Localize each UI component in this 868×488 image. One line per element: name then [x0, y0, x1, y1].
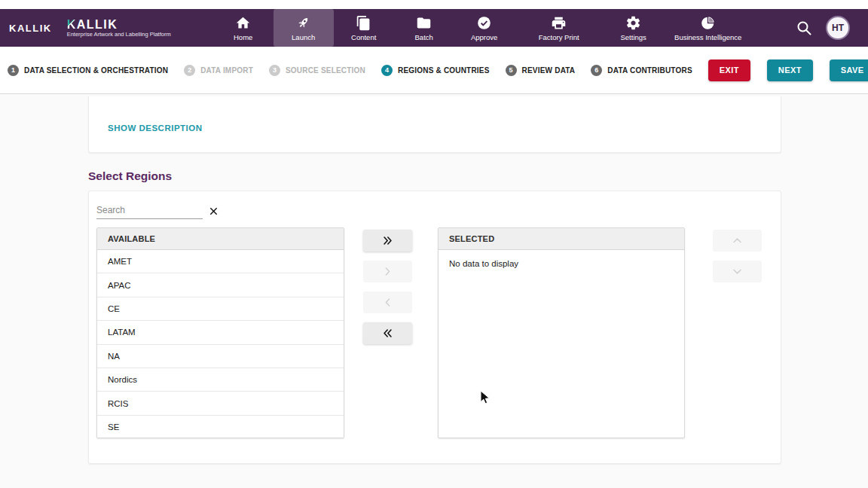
step-data-contributors[interactable]: 6DATA CONTRIBUTORS: [591, 65, 692, 76]
description-card: SHOW DESCRIPTION: [88, 96, 781, 153]
move-all-left-button[interactable]: [363, 322, 412, 344]
available-region-row[interactable]: CE: [97, 297, 344, 321]
step-data-selection-orchestration[interactable]: 1DATA SELECTION & ORCHESTRATION: [8, 65, 168, 76]
selected-empty-message: No data to display: [439, 250, 684, 268]
move-up-button: [713, 230, 762, 252]
move-all-right-button[interactable]: [363, 230, 412, 252]
step-number-badge: 1: [8, 65, 19, 76]
app-header: KALLIK KALLIK Enterprise Artwork and Lab…: [0, 9, 868, 47]
nav-item-batch[interactable]: Batch: [394, 9, 454, 47]
chevron-up-icon: [732, 235, 743, 246]
available-region-row[interactable]: Nordics: [97, 368, 344, 392]
nav-item-factory-print[interactable]: Factory Print: [515, 9, 604, 47]
kallik-app-window: KALLIK KALLIK Enterprise Artwork and Lab…: [0, 0, 868, 488]
search-icon[interactable]: [796, 20, 812, 36]
step-data-import: 2DATA IMPORT: [184, 65, 253, 76]
move-right-button: [363, 261, 412, 282]
available-region-row[interactable]: RCIS: [97, 392, 344, 415]
show-description-link[interactable]: SHOW DESCRIPTION: [108, 124, 203, 133]
step-source-selection: 3SOURCE SELECTION: [269, 65, 365, 76]
kallik-tagline: Enterprise Artwork and Labelling Platfor…: [67, 32, 171, 38]
available-list-header: AVAILABLE: [97, 228, 344, 250]
available-region-row[interactable]: APAC: [97, 273, 344, 297]
available-region-row[interactable]: AMET: [97, 250, 344, 273]
chevron-right-icon: [382, 266, 393, 277]
step-number-badge: 5: [506, 65, 517, 76]
kallik-logo: KALLIK Enterprise Artwork and Labelling …: [67, 18, 171, 38]
kallik-logo-text: KALLIK: [67, 18, 171, 32]
exit-button[interactable]: EXIT: [708, 59, 750, 81]
step-number-badge: 6: [591, 65, 602, 76]
next-button[interactable]: NEXT: [767, 59, 813, 81]
region-search-input[interactable]: [96, 203, 203, 219]
chevron-down-icon: [732, 266, 743, 277]
check-circle-icon: [476, 15, 492, 32]
select-regions-card: AVAILABLE AMETAPACCELATAMNANordicsRCISSE…: [88, 191, 781, 464]
step-regions-countries[interactable]: 4REGIONS & COUNTRIES: [381, 65, 490, 76]
nav-item-launch[interactable]: Launch: [274, 9, 334, 47]
top-strip: [0, 0, 868, 9]
transfer-buttons: [363, 230, 412, 353]
available-region-row[interactable]: NA: [97, 345, 344, 368]
pages-icon: [356, 15, 371, 32]
wizard-stepper: 1DATA SELECTION & ORCHESTRATION2DATA IMP…: [0, 47, 868, 94]
stepper-steps: 1DATA SELECTION & ORCHESTRATION2DATA IMP…: [8, 65, 708, 76]
order-buttons: [713, 230, 762, 291]
clear-search-icon[interactable]: [208, 206, 219, 217]
page-content: SHOW DESCRIPTION Select Regions AVAILABL…: [0, 94, 868, 488]
available-region-row[interactable]: LATAM: [97, 321, 344, 344]
step-number-badge: 4: [381, 65, 393, 76]
page-title: Select Regions: [88, 169, 868, 183]
chevron-left-icon: [382, 297, 393, 308]
nav-item-home[interactable]: Home: [213, 9, 274, 47]
home-icon: [235, 15, 251, 32]
save-button[interactable]: SAVE: [830, 59, 868, 81]
nav-item-business-intelligence[interactable]: Business Intelligence: [664, 9, 753, 47]
available-list-body: AMETAPACCELATAMNANordicsRCISSE: [97, 250, 344, 438]
region-search: [96, 203, 773, 219]
user-avatar[interactable]: HT: [826, 16, 850, 40]
stepper-actions: EXITNEXTSAVEDELETE TASK: [708, 59, 868, 81]
selected-list-header: SELECTED: [439, 228, 684, 250]
nav-item-approve[interactable]: Approve: [454, 9, 515, 47]
move-left-button: [363, 291, 412, 313]
header-right: HT: [796, 16, 850, 40]
selected-list: SELECTED No data to display: [438, 227, 685, 438]
move-down-button: [713, 261, 762, 282]
available-region-row[interactable]: SE: [97, 416, 344, 438]
nav-item-settings[interactable]: Settings: [604, 9, 664, 47]
available-list: AVAILABLE AMETAPACCELATAMNANordicsRCISSE: [96, 227, 344, 438]
folder-icon: [416, 15, 432, 32]
printer-icon: [551, 15, 567, 32]
step-number-badge: 2: [184, 65, 195, 76]
pie-chart-icon: [700, 15, 716, 32]
chevrons-right-icon: [382, 235, 393, 246]
chevrons-left-icon: [382, 328, 393, 339]
rocket-icon: [295, 15, 311, 32]
kallik-logo-compact: KALLIK: [9, 23, 52, 34]
dual-list: AVAILABLE AMETAPACCELATAMNANordicsRCISSE…: [96, 227, 773, 438]
gear-icon: [625, 15, 641, 32]
main-nav: HomeLaunchContentBatchApproveFactory Pri…: [213, 9, 753, 47]
nav-item-content[interactable]: Content: [334, 9, 394, 47]
step-number-badge: 3: [269, 65, 280, 76]
step-review-data[interactable]: 5REVIEW DATA: [506, 65, 576, 76]
